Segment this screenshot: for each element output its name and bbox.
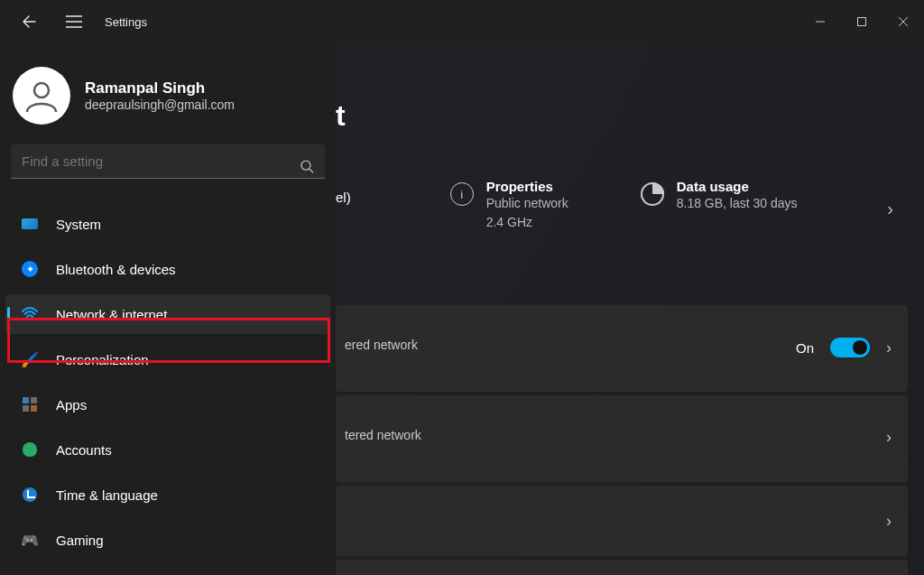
sidebar-item-personalization[interactable]: 🖌️ Personalization (5, 339, 330, 379)
account-name: Ramanpal Singh (85, 79, 235, 97)
sidebar-item-label: Apps (56, 397, 87, 413)
nav-list: System ✦ Bluetooth & devices Network & i… (0, 195, 336, 560)
apps-icon (20, 394, 40, 414)
svg-rect-0 (858, 18, 866, 26)
avatar (13, 67, 70, 125)
properties-line2: 2.4 GHz (486, 213, 568, 232)
connected-network-partial: el) (336, 190, 351, 205)
pie-chart-icon (641, 182, 664, 206)
properties-block[interactable]: i Properties Public network 2.4 GHz (450, 179, 568, 232)
sidebar-item-apps[interactable]: Apps (5, 385, 330, 424)
wifi-icon (20, 304, 40, 324)
svg-point-1 (34, 83, 49, 97)
sidebar-item-label: Bluetooth & devices (56, 262, 176, 277)
chevron-right-icon: › (886, 512, 892, 531)
properties-title: Properties (486, 179, 568, 194)
chevron-right-icon: › (886, 428, 892, 447)
toggle-switch[interactable] (830, 338, 870, 357)
data-usage-block[interactable]: Data usage 8.18 GB, last 30 days (641, 179, 798, 213)
sidebar-item-label: Network & internet (56, 307, 167, 322)
sidebar: Ramanpal Singh deepraulsingh@gmail.com S… (0, 43, 336, 575)
sidebar-item-label: Personalization (56, 352, 149, 367)
info-icon: i (450, 182, 474, 206)
sidebar-item-label: System (56, 217, 101, 232)
accounts-icon (20, 440, 40, 459)
account-block[interactable]: Ramanpal Singh deepraulsingh@gmail.com (0, 61, 336, 144)
sidebar-item-system[interactable]: System (5, 204, 330, 244)
search-icon (300, 160, 314, 176)
sidebar-item-network[interactable]: Network & internet (5, 294, 330, 334)
titlebar: Settings (0, 0, 924, 43)
search-input[interactable] (11, 144, 325, 179)
clock-globe-icon (20, 485, 40, 505)
close-button[interactable] (882, 0, 924, 43)
settings-card-wifi[interactable]: ered network On › (336, 305, 908, 392)
paintbrush-icon: 🖌️ (20, 349, 40, 369)
back-button[interactable] (14, 0, 43, 43)
sidebar-item-label: Accounts (56, 442, 112, 458)
card-sub-partial: tered network (345, 428, 421, 442)
data-usage-line1: 8.18 GB, last 30 days (677, 194, 798, 213)
svg-point-2 (301, 161, 310, 170)
toggle-state-label: On (796, 340, 814, 356)
account-email: deepraulsingh@gmail.com (85, 97, 235, 112)
sidebar-item-label: Gaming (56, 533, 104, 548)
chevron-right-icon: › (886, 339, 892, 357)
gaming-icon: 🎮 (20, 530, 40, 550)
maximize-button[interactable] (841, 0, 882, 43)
sidebar-item-time-language[interactable]: Time & language (5, 475, 330, 515)
chevron-right-icon[interactable]: › (887, 199, 893, 219)
app-title: Settings (105, 15, 147, 29)
nav-toggle-button[interactable] (60, 0, 88, 43)
card-sub-partial: ered network (345, 338, 418, 352)
settings-card[interactable]: › (336, 486, 908, 556)
properties-line1: Public network (486, 194, 568, 213)
minimize-button[interactable] (799, 0, 841, 43)
sidebar-item-label: Time & language (56, 487, 158, 503)
sidebar-item-bluetooth[interactable]: ✦ Bluetooth & devices (5, 249, 330, 289)
settings-card-ethernet[interactable]: tered network › (336, 395, 908, 482)
system-icon (20, 214, 40, 234)
sidebar-item-accounts[interactable]: Accounts (5, 430, 330, 469)
bluetooth-icon: ✦ (20, 259, 40, 279)
sidebar-item-gaming[interactable]: 🎮 Gaming (5, 520, 330, 560)
page-title-partial: t (336, 99, 346, 133)
settings-card-toggle-off[interactable]: Off › (336, 560, 908, 575)
svg-point-3 (29, 318, 32, 320)
data-usage-title: Data usage (677, 179, 798, 194)
